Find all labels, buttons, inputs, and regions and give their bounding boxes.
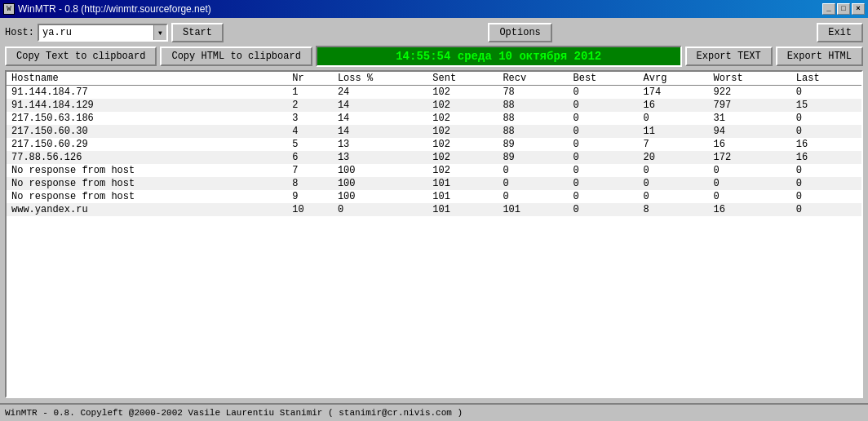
export-text-button[interactable]: Export TEXT [685,47,773,66]
col-worst: Worst [709,72,791,86]
table-cell: 88 [498,99,568,112]
table-cell: 8 [639,203,709,216]
col-avrg: Avrg [639,72,709,86]
main-content: Host: ▼ Start Options Exit Copy Text to … [0,18,868,403]
table-cell: 15 [791,99,861,112]
table-cell: 7 [287,164,333,177]
table-cell: 217.150.60.30 [7,125,287,138]
table-cell: 24 [333,86,427,100]
host-label: Host: [5,27,34,38]
table-row: No response from host710010200000 [7,164,861,177]
table-row: 91.144.184.771241027801749220 [7,86,861,100]
table-cell: 101 [427,190,498,203]
table-cell: 20 [639,151,709,164]
close-button[interactable]: × [852,3,865,15]
table-cell: www.yandex.ru [7,203,287,216]
table-cell: 0 [333,203,427,216]
table-cell: 797 [709,99,791,112]
table-cell: 0 [639,190,709,203]
table-cell: 0 [568,138,638,151]
table-row: 77.88.56.1266131028902017216 [7,151,861,164]
table-cell: 217.150.63.186 [7,112,287,125]
host-field-group: ▼ [38,24,168,42]
status-text: WinMTR - 0.8. Copyleft @2000-2002 Vasile… [5,408,463,418]
table-cell: 4 [287,125,333,138]
host-input[interactable] [39,25,153,40]
table-cell: 102 [427,99,498,112]
export-html-button[interactable]: Export HTML [776,47,863,66]
start-button[interactable]: Start [171,23,224,42]
table-row: 217.150.60.2951310289071616 [7,138,861,151]
table-cell: 0 [568,164,638,177]
table-cell: 6 [287,151,333,164]
table-cell: 77.88.56.126 [7,151,287,164]
copy-html-button[interactable]: Copy HTML to clipboard [160,47,312,66]
results-table: Hostname Nr Loss % Sent Recv Best Avrg W… [7,72,861,216]
table-cell: 922 [709,86,791,100]
table-cell: 13 [333,151,427,164]
table-cell: 0 [498,164,568,177]
table-cell: 0 [791,177,861,190]
table-cell: 11 [639,125,709,138]
table-cell: 89 [498,151,568,164]
title-bar: W WinMTR - 0.8 (http://winmtr.sourceforg… [0,0,868,18]
table-row: www.yandex.ru10010110108160 [7,203,861,216]
table-cell: 8 [287,177,333,190]
table-cell: 0 [791,190,861,203]
maximize-button[interactable]: □ [837,3,850,15]
table-row: No response from host810010100000 [7,177,861,190]
table-cell: 16 [709,203,791,216]
table-cell: 31 [709,112,791,125]
col-recv: Recv [498,72,568,86]
table-header-row: Hostname Nr Loss % Sent Recv Best Avrg W… [7,72,861,86]
table-cell: 16 [791,138,861,151]
copy-text-button[interactable]: Copy Text to clipboard [5,47,157,66]
host-dropdown-arrow[interactable]: ▼ [153,25,166,40]
table-cell: 102 [427,86,498,100]
table-cell: 102 [427,112,498,125]
table-row: No response from host910010100000 [7,190,861,203]
table-row: 91.144.184.1292141028801679715 [7,99,861,112]
table-cell: 0 [791,203,861,216]
table-cell: 89 [498,138,568,151]
table-cell: 2 [287,99,333,112]
table-cell: 0 [498,190,568,203]
table-cell: 16 [709,138,791,151]
table-cell: 0 [791,164,861,177]
table-cell: 14 [333,125,427,138]
table-cell: 0 [568,151,638,164]
table-cell: 0 [639,164,709,177]
table-cell: 0 [568,112,638,125]
table-cell: 101 [427,177,498,190]
table-cell: 0 [639,112,709,125]
col-last: Last [791,72,861,86]
minimize-button[interactable]: _ [822,3,835,15]
table-cell: 101 [427,203,498,216]
table-cell: 88 [498,125,568,138]
table-cell: 102 [427,151,498,164]
table-cell: 16 [639,99,709,112]
table-cell: 0 [791,86,861,100]
table-cell: 0 [791,125,861,138]
table-cell: 10 [287,203,333,216]
col-nr: Nr [287,72,333,86]
datetime-display: 14:55:54 среда 10 октября 2012 [316,46,682,67]
table-cell: 101 [498,203,568,216]
table-cell: 5 [287,138,333,151]
table-cell: 91.144.184.77 [7,86,287,100]
table-cell: 174 [639,86,709,100]
table-cell: 94 [709,125,791,138]
action-bar-row: Copy Text to clipboard Copy HTML to clip… [5,46,863,67]
options-button[interactable]: Options [488,23,551,42]
table-cell: 0 [709,164,791,177]
col-hostname: Hostname [7,72,287,86]
col-sent: Sent [427,72,498,86]
table-cell: 88 [498,112,568,125]
table-cell: 102 [427,125,498,138]
exit-button[interactable]: Exit [817,23,863,42]
table-cell: 172 [709,151,791,164]
results-table-container: Hostname Nr Loss % Sent Recv Best Avrg W… [5,70,863,398]
table-cell: 13 [333,138,427,151]
col-loss: Loss % [333,72,427,86]
table-cell: 91.144.184.129 [7,99,287,112]
